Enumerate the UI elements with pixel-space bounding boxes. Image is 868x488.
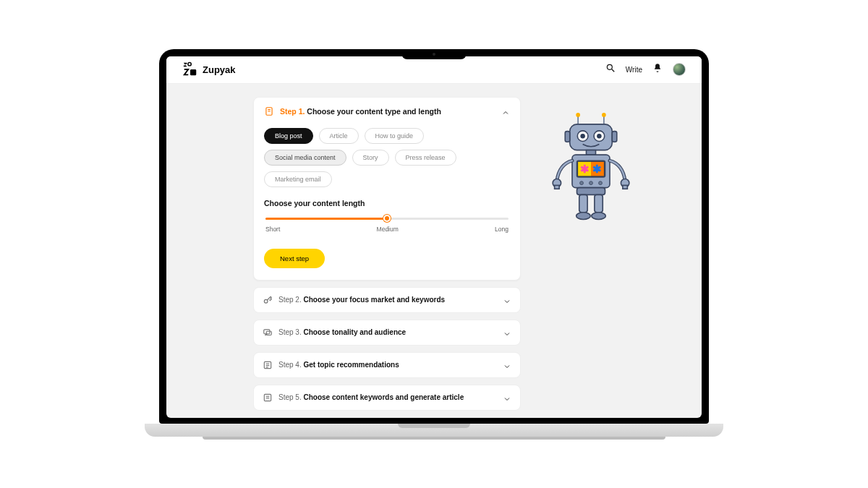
svg-rect-9 (266, 331, 271, 335)
slider-label-short: Short (265, 226, 280, 233)
slider-label-long: Long (495, 226, 509, 233)
svg-point-20 (576, 113, 580, 117)
chevron-down-icon (503, 296, 511, 304)
step-row-2[interactable]: Step 2. Choose your focus market and key… (253, 287, 521, 313)
step-label: Step 2. Choose your focus market and key… (278, 296, 445, 304)
write-link[interactable]: Write (626, 66, 642, 74)
svg-point-7 (264, 299, 268, 303)
content-type-article[interactable]: Article (319, 128, 359, 144)
search-icon[interactable] (605, 63, 616, 76)
laptop-foot (203, 437, 665, 440)
svg-point-47 (592, 212, 606, 219)
svg-point-26 (597, 133, 602, 138)
step-row-5[interactable]: Step 5. Choose content keywords and gene… (253, 385, 521, 411)
svg-point-2 (607, 64, 612, 69)
content-type-how-to-guide[interactable]: How to guide (365, 128, 425, 144)
slider-label-medium: Medium (377, 226, 399, 233)
chevron-down-icon (503, 393, 511, 402)
brand-logo[interactable]: Zupyak (182, 61, 236, 77)
screen-bezel: Zupyak Write (159, 49, 709, 424)
bell-icon[interactable] (652, 63, 663, 76)
doc-icon (263, 393, 273, 403)
svg-point-38 (599, 181, 603, 184)
content-type-social-media-content[interactable]: Social media content (264, 150, 346, 166)
chat-icon (263, 328, 273, 338)
slider-fill (265, 218, 387, 220)
step1-body: Blog postArticleHow to guideSocial media… (254, 125, 520, 280)
robot-illustration: ✱ ✱ (544, 97, 638, 232)
svg-rect-1 (190, 69, 196, 75)
app-viewport: Zupyak Write (166, 56, 702, 418)
laptop-base (145, 424, 723, 437)
wizard-column: Step 1. Choose your content type and len… (253, 97, 521, 418)
key-icon (263, 295, 273, 305)
svg-rect-42 (623, 185, 628, 189)
svg-rect-43 (577, 187, 605, 194)
svg-rect-29 (587, 150, 596, 155)
content-type-blog-post[interactable]: Blog post (264, 128, 313, 144)
step-label: Step 5. Choose content keywords and gene… (278, 393, 464, 401)
svg-text:✱: ✱ (580, 163, 590, 174)
svg-text:✱: ✱ (592, 163, 602, 174)
list-icon (263, 360, 273, 370)
slider-track (265, 218, 509, 220)
document-icon (264, 106, 274, 116)
svg-rect-45 (595, 194, 603, 212)
step-row-6[interactable]: Step 6. Edit and finish your article (253, 417, 521, 418)
step-row-3[interactable]: Step 3. Choose tonality and audience (253, 320, 521, 346)
svg-line-3 (612, 69, 615, 72)
step-row-4[interactable]: Step 4. Get topic recommendations (253, 352, 521, 378)
slider-knob[interactable] (383, 215, 391, 222)
length-slider[interactable]: Short Medium Long (265, 218, 509, 233)
svg-point-21 (602, 113, 606, 117)
step1-panel: Step 1. Choose your content type and len… (253, 97, 521, 281)
svg-rect-27 (565, 131, 570, 142)
svg-point-25 (580, 133, 585, 138)
avatar[interactable] (673, 63, 686, 76)
svg-point-46 (576, 212, 591, 219)
svg-point-36 (580, 181, 584, 184)
chevron-down-icon (503, 361, 511, 369)
brand-name: Zupyak (203, 64, 236, 75)
svg-rect-44 (579, 194, 587, 212)
chevron-up-icon (501, 107, 510, 116)
svg-point-0 (188, 62, 191, 65)
header-actions: Write (605, 63, 686, 76)
brand-mark-icon (182, 61, 198, 77)
svg-rect-28 (612, 131, 617, 142)
laptop-mockup: Zupyak Write (159, 49, 709, 440)
content-type-story[interactable]: Story (352, 150, 389, 166)
next-step-button[interactable]: Next step (264, 249, 325, 268)
slider-labels: Short Medium Long (265, 226, 509, 233)
content-area: Step 1. Choose your content type and len… (166, 84, 702, 418)
step-label: Step 4. Get topic recommendations (278, 361, 399, 369)
svg-rect-40 (555, 185, 560, 189)
step-label: Step 3. Choose tonality and audience (278, 328, 406, 336)
chevron-down-icon (503, 328, 511, 337)
app-header: Zupyak Write (166, 56, 702, 84)
content-type-press-release[interactable]: Press release (395, 150, 456, 166)
content-type-marketing-email[interactable]: Marketing email (264, 171, 332, 187)
laptop-notch (401, 49, 467, 59)
step1-title: Step 1. Choose your content type and len… (280, 107, 441, 116)
step1-header[interactable]: Step 1. Choose your content type and len… (254, 98, 520, 125)
length-section-title: Choose your content length (264, 199, 510, 207)
content-type-options: Blog postArticleHow to guideSocial media… (264, 128, 510, 187)
svg-point-37 (590, 181, 593, 184)
